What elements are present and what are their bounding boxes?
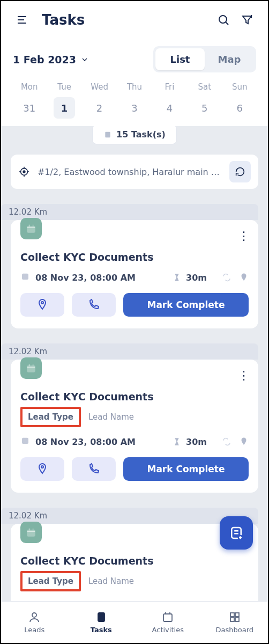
pin-icon xyxy=(239,273,249,282)
map-button[interactable] xyxy=(20,293,64,317)
call-button[interactable] xyxy=(72,293,116,317)
action-row: Mark Complete xyxy=(20,457,249,481)
svg-rect-19 xyxy=(235,613,239,617)
mark-complete-button[interactable]: Mark Complete xyxy=(123,457,249,481)
svg-rect-21 xyxy=(235,618,239,621)
page-title: Tasks xyxy=(42,12,214,28)
svg-rect-1 xyxy=(105,131,110,137)
repeat-icon xyxy=(222,437,231,447)
create-task-fab[interactable] xyxy=(220,516,253,550)
location-bar: #1/2, Eastwood township, Haralur main ro… xyxy=(11,155,258,189)
day-2[interactable]: 2 xyxy=(89,97,110,119)
date-picker[interactable]: 1 Feb 2023 xyxy=(13,54,89,65)
task-count-text: 15 Task(s) xyxy=(116,129,166,140)
task-duration: 30m xyxy=(186,273,207,283)
date-label: 1 Feb 2023 xyxy=(13,54,76,65)
reload-icon xyxy=(234,166,246,178)
distance-badge: 12.02 Km xyxy=(1,204,258,220)
call-button[interactable] xyxy=(72,457,116,481)
task-type-icon xyxy=(20,522,42,543)
svg-point-0 xyxy=(219,16,227,23)
svg-point-9 xyxy=(41,466,43,468)
day-1[interactable]: 1 xyxy=(54,97,75,119)
calendar-icon xyxy=(20,600,30,601)
nav-label: Tasks xyxy=(91,626,112,634)
dow: Fri xyxy=(152,82,187,92)
task-title: Collect KYC Documents xyxy=(20,555,249,567)
lead-name: Lead Name xyxy=(88,576,134,586)
map-button[interactable] xyxy=(20,457,64,481)
bottom-nav: Leads Tasks Activities Dashboard xyxy=(1,601,268,643)
task-duration: 30m xyxy=(186,601,207,602)
task-card[interactable]: ⋮ Collect KYC Documents Lead Type Lead N… xyxy=(11,360,258,493)
person-icon xyxy=(28,611,41,624)
meta-row: 08 Nov 23, 08:00 AM 30m xyxy=(20,436,249,448)
day-4[interactable]: 4 xyxy=(159,97,180,119)
nav-tasks[interactable]: Tasks xyxy=(68,602,135,643)
app-root: Tasks 1 Feb 2023 List Map Mon Tue Wed Th… xyxy=(0,0,269,644)
svg-rect-4 xyxy=(27,226,35,232)
task-datetime: 08 Nov 23, 08:00 AM xyxy=(35,437,136,447)
lead-type: Lead Type xyxy=(20,571,81,591)
target-icon[interactable] xyxy=(18,166,30,178)
lead-type: Lead Type xyxy=(20,407,81,427)
nav-leads[interactable]: Leads xyxy=(1,602,68,643)
nav-activities[interactable]: Activities xyxy=(134,602,201,643)
svg-point-15 xyxy=(32,613,36,617)
task-card[interactable]: ⋮ Collect KYC Documents 08 Nov 23, 08:00… xyxy=(11,220,258,328)
nav-label: Leads xyxy=(24,626,44,634)
location-address: #1/2, Eastwood township, Haralur main ro… xyxy=(38,167,222,177)
task-type-icon xyxy=(20,357,42,379)
reload-button[interactable] xyxy=(229,161,251,182)
lead-name: Lead Name xyxy=(88,412,134,422)
calendar-nav-icon xyxy=(161,611,174,624)
svg-rect-20 xyxy=(230,618,234,621)
task-list[interactable]: 15 Task(s) #1/2, Eastwood township, Hara… xyxy=(1,126,268,601)
task-title: Collect KYC Documents xyxy=(20,251,249,263)
search-icon[interactable] xyxy=(214,11,233,29)
svg-rect-5 xyxy=(22,274,28,280)
distance-badge: 12.02 Km xyxy=(1,343,258,360)
day-5[interactable]: 5 xyxy=(194,97,215,119)
nav-label: Dashboard xyxy=(215,626,253,634)
svg-rect-7 xyxy=(27,365,35,372)
calendar-icon xyxy=(20,272,30,283)
action-row: Mark Complete xyxy=(20,293,249,317)
task-title: Collect KYC Documents xyxy=(20,391,249,402)
calendar-dow-row: Mon Tue Wed Thu Fri Sat Sun xyxy=(1,76,268,92)
svg-rect-17 xyxy=(163,614,172,621)
dow: Tue xyxy=(47,82,81,92)
hourglass-icon xyxy=(172,437,182,447)
card-more-icon[interactable]: ⋮ xyxy=(236,228,252,244)
filter-icon[interactable] xyxy=(238,11,256,29)
view-map-tab[interactable]: Map xyxy=(205,48,254,70)
mark-complete-button[interactable]: Mark Complete xyxy=(123,293,249,317)
day-3[interactable]: 3 xyxy=(124,97,145,119)
card-more-icon[interactable]: ⋮ xyxy=(236,367,252,383)
clipboard-icon xyxy=(95,611,108,624)
chevron-down-icon xyxy=(80,55,89,64)
view-toggle: List Map xyxy=(153,46,256,72)
nav-dashboard[interactable]: Dashboard xyxy=(201,602,268,643)
dow: Wed xyxy=(82,82,117,92)
grid-icon xyxy=(228,611,241,624)
meta-row: 08 Nov 23, 08:00 AM 30m xyxy=(20,600,249,601)
date-row: 1 Feb 2023 List Map xyxy=(1,34,268,76)
calendar-day-row: 31 1 2 3 4 5 6 xyxy=(1,92,268,126)
nav-label: Activities xyxy=(152,626,184,634)
day-31[interactable]: 31 xyxy=(19,97,40,119)
meta-row: 08 Nov 23, 08:00 AM 30m xyxy=(20,272,249,283)
menu-icon[interactable] xyxy=(13,11,31,29)
dow: Mon xyxy=(12,82,47,92)
calendar-icon xyxy=(20,436,30,448)
lead-row: Lead Type Lead Name xyxy=(20,571,249,591)
day-6[interactable]: 6 xyxy=(229,97,250,119)
dow: Sat xyxy=(187,82,222,92)
repeat-icon xyxy=(222,273,231,282)
hourglass-icon xyxy=(172,273,182,282)
view-list-tab[interactable]: List xyxy=(155,48,205,70)
task-count-pill: 15 Task(s) xyxy=(92,126,177,144)
svg-point-3 xyxy=(23,171,25,173)
task-duration: 30m xyxy=(186,437,207,447)
task-datetime: 08 Nov 23, 08:00 AM xyxy=(35,601,136,602)
